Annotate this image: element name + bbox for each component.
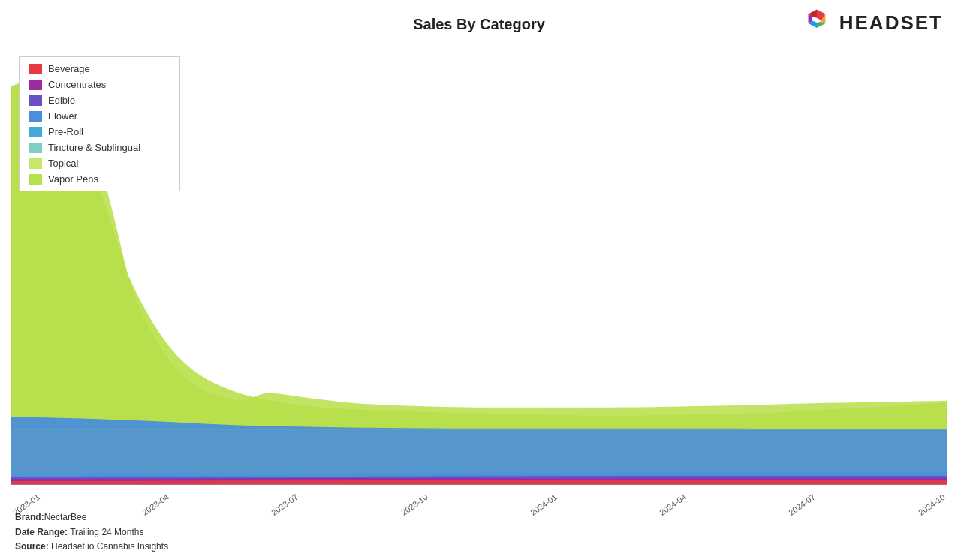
legend-color-concentrates: [29, 80, 42, 90]
footer-source-label: Source:: [15, 541, 49, 552]
x-label-7: 2024-10: [917, 492, 947, 517]
legend-label-topical: Topical: [48, 158, 78, 169]
legend-item-vaporpens: Vapor Pens: [29, 173, 170, 185]
footer-brand: Brand:NectarBee: [15, 510, 168, 525]
legend-label-preroll: Pre-Roll: [48, 126, 83, 137]
legend-item-edible: Edible: [29, 95, 170, 106]
headset-logo-icon: [800, 6, 833, 39]
footer-brand-label: Brand:: [15, 512, 44, 522]
legend-label-concentrates: Concentrates: [48, 79, 106, 90]
chart-title: Sales By Category: [413, 16, 545, 33]
x-label-3: 2023-10: [399, 492, 429, 517]
footer-brand-value: NectarBee: [44, 512, 87, 522]
logo-text: HEADSET: [839, 11, 943, 35]
footer-date-value: Trailing 24 Months: [70, 527, 143, 537]
legend-color-edible: [29, 95, 42, 106]
legend-color-vaporpens: [29, 174, 42, 185]
x-label-4: 2024-01: [529, 492, 559, 517]
legend-item-topical: Topical: [29, 158, 170, 169]
legend-item-concentrates: Concentrates: [29, 79, 170, 90]
legend-color-beverage: [29, 64, 42, 74]
logo-area: HEADSET: [800, 6, 943, 39]
legend-color-preroll: [29, 127, 42, 137]
x-label-6: 2024-07: [787, 492, 817, 517]
legend-label-beverage: Beverage: [48, 63, 90, 74]
footer-source-value: Headset.io Cannabis Insights: [51, 541, 168, 552]
footer-date-label: Date Range:: [15, 527, 68, 537]
footer-info: Brand:NectarBee Date Range: Trailing 24 …: [15, 510, 168, 554]
x-label-5: 2024-04: [658, 492, 688, 517]
legend-color-flower: [29, 111, 42, 122]
legend-item-preroll: Pre-Roll: [29, 126, 170, 137]
chart-legend: Beverage Concentrates Edible Flower Pre-…: [19, 56, 180, 191]
legend-item-beverage: Beverage: [29, 63, 170, 74]
footer-daterange: Date Range: Trailing 24 Months: [15, 525, 168, 540]
legend-label-flower: Flower: [48, 110, 77, 122]
x-label-2: 2023-07: [270, 492, 300, 517]
legend-color-tincture: [29, 143, 42, 153]
footer-source: Source: Headset.io Cannabis Insights: [15, 540, 168, 554]
legend-item-flower: Flower: [29, 110, 170, 122]
legend-color-topical: [29, 158, 42, 169]
legend-item-tincture: Tincture & Sublingual: [29, 142, 170, 153]
legend-label-tincture: Tincture & Sublingual: [48, 142, 140, 153]
page-container: Sales By Category HEADSET Beverage: [0, 0, 958, 560]
legend-label-edible: Edible: [48, 95, 75, 106]
legend-label-vaporpens: Vapor Pens: [48, 173, 98, 185]
